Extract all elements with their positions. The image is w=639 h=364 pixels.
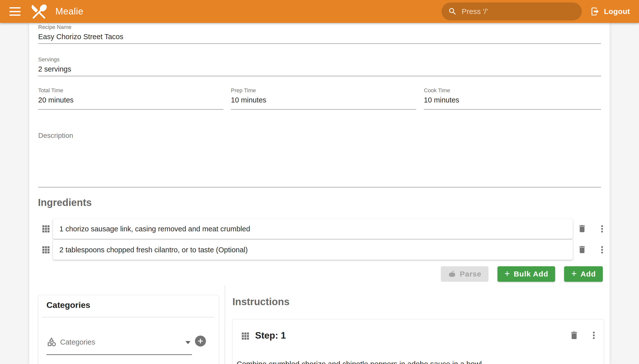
logout-icon <box>590 7 600 16</box>
column-divider <box>225 286 225 364</box>
delete-icon[interactable] <box>569 330 579 340</box>
shapes-icon <box>46 336 57 347</box>
search-bar[interactable] <box>442 2 582 20</box>
categories-card: Categories Categories <box>38 295 219 364</box>
step-title: Step: 1 <box>255 330 286 341</box>
drag-handle-icon[interactable] <box>41 245 51 254</box>
categories-select[interactable]: Categories <box>38 332 219 354</box>
description-field <box>38 132 601 188</box>
delete-icon[interactable] <box>577 224 587 233</box>
parse-button[interactable]: Parse <box>441 266 489 282</box>
total-time-input[interactable] <box>38 96 224 104</box>
bulk-add-label: Bulk Add <box>514 270 548 278</box>
categories-select-label: Categories <box>60 338 95 346</box>
app-title: Mealie <box>55 6 83 17</box>
cook-time-label: Cook Time <box>424 87 601 94</box>
cook-time-input[interactable] <box>424 96 601 104</box>
plus-icon: + <box>504 270 510 277</box>
menu-icon[interactable] <box>10 7 21 16</box>
ingredient-actions: Parse + Bulk Add + Add <box>441 266 603 282</box>
instructions-heading: Instructions <box>232 296 290 308</box>
ingredient-input[interactable] <box>59 225 566 233</box>
instruction-step-card: Step: 1 Combine crumbled chorizo and chi… <box>232 319 604 364</box>
select-underline <box>46 354 192 355</box>
recipe-name-field: Recipe Name <box>38 24 601 44</box>
add-button[interactable]: + Add <box>564 266 603 282</box>
mealie-logo-icon <box>30 2 48 21</box>
plus-icon: + <box>571 270 577 277</box>
search-icon <box>448 7 457 16</box>
cook-time-field: Cook Time <box>424 87 601 110</box>
kebab-menu-icon[interactable] <box>589 330 598 340</box>
bulk-add-button[interactable]: + Bulk Add <box>498 266 555 282</box>
kebab-menu-icon[interactable] <box>597 224 607 234</box>
ingredient-row <box>29 219 601 239</box>
drag-handle-icon[interactable] <box>241 331 250 341</box>
ingredient-card <box>53 240 573 260</box>
ingredient-input[interactable] <box>59 246 566 254</box>
prep-time-input[interactable] <box>231 96 416 104</box>
kebab-menu-icon[interactable] <box>597 245 607 254</box>
servings-label: Servings <box>38 56 601 63</box>
description-input[interactable] <box>38 132 601 184</box>
app-bar: Mealie Logout <box>0 0 639 23</box>
ingredients-heading: Ingredients <box>38 197 92 208</box>
chevron-down-icon[interactable] <box>185 341 190 344</box>
add-label: Add <box>581 270 596 278</box>
categories-title: Categories <box>46 300 90 310</box>
recipe-name-input[interactable] <box>38 33 601 41</box>
delete-icon[interactable] <box>577 245 587 254</box>
apple-icon <box>448 270 456 278</box>
drag-handle-icon[interactable] <box>41 224 51 234</box>
parse-label: Parse <box>460 270 482 278</box>
ingredient-row <box>29 240 601 260</box>
recipe-name-label: Recipe Name <box>38 24 601 30</box>
divider <box>42 317 215 318</box>
plus-icon <box>197 338 204 344</box>
total-time-field: Total Time <box>38 87 224 110</box>
add-category-button[interactable] <box>195 336 206 346</box>
search-input[interactable] <box>461 7 579 16</box>
recipe-editor-card: Recipe Name Servings Total Time Prep Tim… <box>29 23 609 364</box>
step-text[interactable]: Combine crumbled chorizo and chipotle pe… <box>237 359 596 364</box>
prep-time-label: Prep Time <box>231 87 416 94</box>
ingredient-card <box>53 219 573 239</box>
prep-time-field: Prep Time <box>231 87 416 110</box>
total-time-label: Total Time <box>38 87 224 94</box>
logout-label: Logout <box>604 7 630 16</box>
servings-field: Servings <box>38 56 601 76</box>
logout-button[interactable]: Logout <box>590 7 630 16</box>
servings-input[interactable] <box>38 65 601 73</box>
